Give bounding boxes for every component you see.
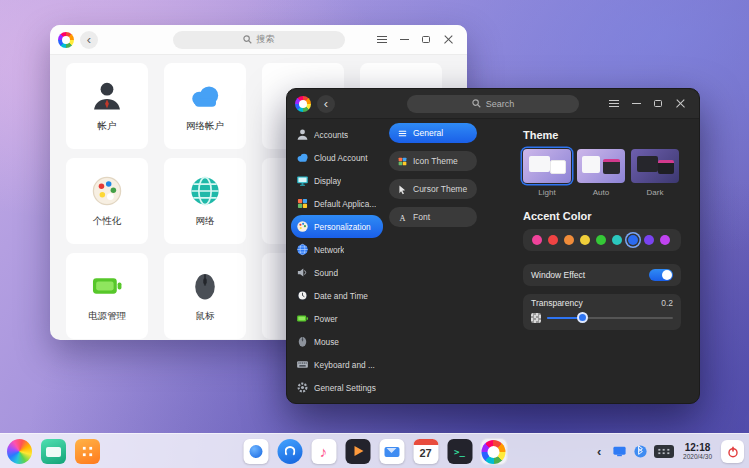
window-effect-label: Window Effect: [531, 270, 585, 280]
accent-color-swatch[interactable]: [548, 235, 558, 245]
minimize-button[interactable]: [393, 29, 415, 51]
sidebar-item-network[interactable]: Network: [291, 238, 383, 261]
titlebar[interactable]: ‹ 搜索: [50, 25, 467, 55]
music-icon[interactable]: ♪: [310, 438, 337, 465]
dock: ♪ 27 >_ ‹ 12:18 2020/4/30: [0, 433, 749, 468]
search-input[interactable]: 搜索: [173, 31, 345, 49]
theme-option-dark[interactable]: Dark: [631, 149, 679, 197]
sidebar-item-accounts[interactable]: Accounts: [291, 123, 383, 146]
sidebar-item-label: Personalization: [314, 222, 371, 232]
browser-icon[interactable]: [242, 438, 269, 465]
battery-icon: [296, 312, 309, 325]
app-logo-icon: [295, 96, 311, 112]
accent-color-swatch[interactable]: [660, 235, 670, 245]
app-market-icon[interactable]: [74, 438, 101, 465]
tray-expand-icon[interactable]: ‹: [592, 444, 606, 459]
control-center-icon[interactable]: [480, 438, 507, 465]
slider-handle[interactable]: [577, 312, 588, 323]
video-icon[interactable]: [344, 438, 371, 465]
theme-preview-dark: [631, 149, 679, 183]
back-button[interactable]: ‹: [317, 95, 335, 113]
transparency-slider[interactable]: [547, 312, 673, 323]
tile-cloud-account[interactable]: 网络帐户: [164, 63, 246, 149]
tile-network[interactable]: 网络: [164, 158, 246, 244]
dock-left: [6, 434, 101, 468]
clock[interactable]: 12:18 2020/4/30: [680, 442, 715, 460]
sidebar-item-mouse[interactable]: Mouse: [291, 330, 383, 353]
subnav-item-general[interactable]: General: [389, 123, 477, 143]
accent-color-swatch[interactable]: [612, 235, 622, 245]
display-tray-icon[interactable]: [612, 444, 627, 459]
calendar-icon[interactable]: 27: [412, 438, 439, 465]
accent-color-row: [523, 229, 681, 251]
theme-option-label: Light: [523, 188, 571, 197]
sidebar-item-default-applications[interactable]: Default Applica...: [291, 192, 383, 215]
subnav-item-cursor-theme[interactable]: Cursor Theme: [389, 179, 477, 199]
search-input[interactable]: Search: [407, 95, 579, 113]
control-center-window-en[interactable]: ‹ Search Accounts Cloud Account: [286, 88, 700, 404]
accent-color-swatch[interactable]: [644, 235, 654, 245]
sidebar-item-keyboard[interactable]: Keyboard and ...: [291, 353, 383, 376]
apps-grid-icon: [296, 197, 309, 210]
sidebar-item-date-time[interactable]: Date and Time: [291, 284, 383, 307]
keyboard-tray-icon[interactable]: [654, 445, 674, 458]
close-button[interactable]: [437, 29, 459, 51]
theme-option-label: Dark: [631, 188, 679, 197]
minimize-button[interactable]: [625, 93, 647, 115]
accent-color-swatch-selected[interactable]: [628, 235, 638, 245]
titlebar[interactable]: ‹ Search: [287, 89, 699, 119]
accent-section-title: Accent Color: [523, 210, 681, 222]
power-button[interactable]: [721, 440, 744, 463]
app-store-icon[interactable]: [276, 438, 303, 465]
accent-color-swatch[interactable]: [532, 235, 542, 245]
app-logo-icon: [58, 32, 74, 48]
dock-tray: ‹ 12:18 2020/4/30: [592, 434, 744, 468]
theme-option-auto[interactable]: Auto: [577, 149, 625, 197]
sidebar-item-display[interactable]: Display: [291, 169, 383, 192]
cloud-icon: [296, 151, 309, 164]
back-button[interactable]: ‹: [80, 31, 98, 49]
subnav-item-icon-theme[interactable]: Icon Theme: [389, 151, 477, 171]
tile-accounts[interactable]: 帐户: [66, 63, 148, 149]
mouse-icon: [296, 335, 309, 348]
transparency-value: 0.2: [661, 298, 673, 308]
accent-color-swatch[interactable]: [564, 235, 574, 245]
tile-personalization[interactable]: 个性化: [66, 158, 148, 244]
launcher-icon[interactable]: [6, 438, 33, 465]
sidebar-item-general-settings[interactable]: General Settings: [291, 376, 383, 399]
sidebar-item-label: General Settings: [314, 383, 376, 393]
tile-mouse[interactable]: 鼠标: [164, 253, 246, 339]
sidebar-item-sound[interactable]: Sound: [291, 261, 383, 284]
file-manager-icon[interactable]: [40, 438, 67, 465]
terminal-icon[interactable]: >_: [446, 438, 473, 465]
sidebar-item-label: Default Applica...: [314, 199, 376, 209]
sidebar-item-power[interactable]: Power: [291, 307, 383, 330]
accent-color-swatch[interactable]: [580, 235, 590, 245]
theme-option-light[interactable]: Light: [523, 149, 571, 197]
accent-color-swatch[interactable]: [596, 235, 606, 245]
transparency-panel: Transparency 0.2: [523, 294, 681, 330]
sidebar-item-personalization[interactable]: Personalization: [291, 215, 383, 238]
maximize-icon: [422, 36, 430, 44]
sidebar-item-label: Sound: [314, 268, 338, 278]
display-icon: [296, 174, 309, 187]
settings-sidebar: Accounts Cloud Account Display Default A…: [291, 123, 383, 399]
maximize-button[interactable]: [647, 93, 669, 115]
bluetooth-tray-icon[interactable]: [633, 444, 648, 459]
clock-time: 12:18: [683, 442, 712, 453]
window-effect-toggle[interactable]: [649, 269, 673, 281]
cloud-icon: [188, 79, 222, 113]
menu-button[interactable]: [603, 93, 625, 115]
theme-options: Light Auto Dark: [523, 149, 681, 197]
general-icon: [397, 128, 408, 139]
menu-button[interactable]: [371, 29, 393, 51]
maximize-button[interactable]: [415, 29, 437, 51]
subnav-item-label: General: [413, 128, 443, 138]
tile-power[interactable]: 电源管理: [66, 253, 148, 339]
mail-icon[interactable]: [378, 438, 405, 465]
close-button[interactable]: [669, 93, 691, 115]
sidebar-item-cloud-account[interactable]: Cloud Account: [291, 146, 383, 169]
toggle-knob: [662, 270, 672, 280]
gear-icon: [296, 381, 309, 394]
subnav-item-font[interactable]: A Font: [389, 207, 477, 227]
